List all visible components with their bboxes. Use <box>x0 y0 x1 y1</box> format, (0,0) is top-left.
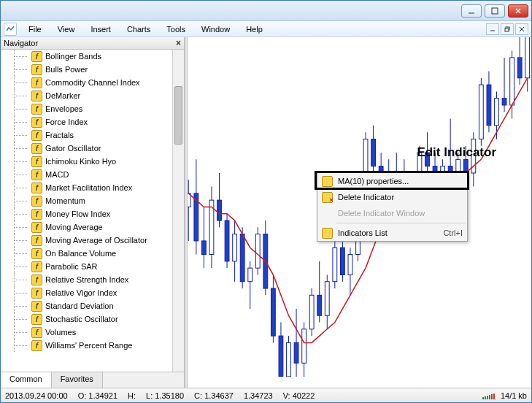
tree-item[interactable]: fWilliams' Percent Range <box>1 339 172 352</box>
tree-item[interactable]: fStochastic Oscillator <box>1 312 172 326</box>
context-ma-properties[interactable]: MA(10) properties... <box>317 173 467 189</box>
tree-item[interactable]: fBulls Power <box>1 63 172 76</box>
tree-lines-icon <box>7 168 31 181</box>
statusbar: 2013.09.24 00:00 O: 1.34921 H: L: 1.3518… <box>1 388 531 402</box>
mdi-restore-button[interactable] <box>501 23 514 35</box>
tree-label: Moving Average <box>45 223 103 231</box>
tree-lines-icon <box>7 220 31 234</box>
tree-item[interactable]: fEnvelopes <box>1 102 172 115</box>
navigator-tree[interactable]: fBollinger BandsfBulls PowerfCommodity C… <box>1 50 184 372</box>
menu-help[interactable]: Help <box>239 23 270 36</box>
indicator-icon: f <box>31 209 42 220</box>
navigator-panel: Navigator × fBollinger BandsfBulls Power… <box>1 37 185 388</box>
status-volume: V: 40222 <box>283 391 315 400</box>
indicator-icon: f <box>31 301 42 312</box>
tree-item[interactable]: fDeMarker <box>1 89 172 102</box>
svg-rect-50 <box>340 247 344 275</box>
tree-item[interactable]: fIchimoku Kinko Hyo <box>1 155 172 168</box>
tree-label: DeMarker <box>45 91 80 100</box>
tree-item[interactable]: fRelative Strength Index <box>1 273 172 286</box>
navigator-close-icon[interactable]: × <box>176 38 181 48</box>
tree-lines-icon <box>7 102 31 115</box>
tab-common[interactable]: Common <box>1 372 52 388</box>
menu-window[interactable]: Window <box>194 23 237 36</box>
svg-rect-44 <box>317 295 322 315</box>
tree-item[interactable]: fStandard Deviation <box>1 299 172 312</box>
context-delete-indicator[interactable]: × Delete Indicator <box>317 189 467 205</box>
svg-rect-98 <box>525 37 530 78</box>
tree-label: Moving Average of Oscillator <box>45 236 147 245</box>
tree-label: Fractals <box>45 131 74 139</box>
svg-rect-22 <box>233 234 237 261</box>
indicator-icon: f <box>31 275 42 285</box>
context-menu: MA(10) properties... × Delete Indicator … <box>317 172 468 242</box>
tree-lines-icon <box>7 128 31 142</box>
scrollbar-thumb[interactable] <box>174 86 182 145</box>
context-indicators-list[interactable]: Indicators List Ctrl+I <box>317 225 467 241</box>
tree-item[interactable]: fParabolic SAR <box>1 260 172 273</box>
svg-rect-58 <box>371 139 376 166</box>
navigator-tabs: Common Favorites <box>1 372 184 388</box>
close-button[interactable] <box>508 4 528 18</box>
tree-label: Standard Deviation <box>45 302 114 310</box>
tab-favorites[interactable]: Favorites <box>52 372 103 388</box>
tree-item[interactable]: fRelative Vigor Index <box>1 286 172 299</box>
tree-label: Ichimoku Kinko Hyo <box>45 157 116 166</box>
svg-rect-96 <box>517 58 522 78</box>
app-icon <box>4 23 17 36</box>
svg-rect-94 <box>510 58 514 105</box>
tree-label: Force Index <box>45 118 88 126</box>
menu-view[interactable]: View <box>50 23 82 36</box>
svg-rect-1 <box>492 8 498 14</box>
menubar: File View Insert Charts Tools Window Hel… <box>1 21 531 37</box>
menu-insert[interactable]: Insert <box>83 23 118 36</box>
tree-label: Momentum <box>45 196 85 205</box>
tree-item[interactable]: fMoney Flow Index <box>1 207 172 220</box>
tree-item[interactable]: fFractals <box>1 128 172 142</box>
tree-lines-icon <box>7 155 31 168</box>
navigator-scrollbar[interactable] <box>172 50 184 372</box>
tree-lines-icon <box>7 260 31 273</box>
indicator-icon: f <box>31 91 42 101</box>
tree-lines-icon <box>7 207 31 220</box>
tree-item[interactable]: fMarket Facilitation Index <box>1 181 172 194</box>
tree-item[interactable]: fMomentum <box>1 194 172 207</box>
splitter[interactable] <box>185 37 188 388</box>
mdi-close-button[interactable] <box>515 23 528 35</box>
indicator-icon: f <box>31 327 42 338</box>
svg-rect-40 <box>302 329 307 363</box>
maximize-button[interactable] <box>485 4 505 18</box>
menu-file[interactable]: File <box>21 23 49 36</box>
tree-lines-icon <box>7 273 31 286</box>
tree-label: Money Flow Index <box>45 210 110 218</box>
minimize-button[interactable] <box>461 4 482 18</box>
tree-item[interactable]: fForce Index <box>1 115 172 128</box>
tree-item[interactable]: fBollinger Bands <box>1 50 172 63</box>
menu-charts[interactable]: Charts <box>120 23 158 36</box>
svg-rect-38 <box>294 342 298 363</box>
tree-item[interactable]: fMACD <box>1 168 172 181</box>
tree-item[interactable]: fGator Oscillator <box>1 142 172 155</box>
tree-item[interactable]: fCommodity Channel Index <box>1 76 172 89</box>
tree-item[interactable]: fVolumes <box>1 326 172 339</box>
tree-lines-icon <box>7 286 31 299</box>
tree-item[interactable]: fOn Balance Volume <box>1 247 172 260</box>
indicator-icon: f <box>31 51 42 62</box>
menu-tools[interactable]: Tools <box>159 23 193 36</box>
tree-lines-icon <box>7 299 31 312</box>
svg-rect-72 <box>425 153 430 166</box>
tree-item[interactable]: fMoving Average of Oscillator <box>1 234 172 247</box>
tree-label: Stochastic Oscillator <box>45 315 118 323</box>
tree-lines-icon <box>7 142 31 155</box>
tree-lines-icon <box>7 339 31 352</box>
tree-lines-icon <box>7 247 31 260</box>
status-datetime: 2013.09.24 00:00 <box>5 391 68 400</box>
delete-icon: × <box>320 191 334 204</box>
tree-label: Gator Oscillator <box>45 144 101 153</box>
indicator-icon: f <box>31 288 42 299</box>
tree-item[interactable]: fMoving Average <box>1 220 172 234</box>
svg-rect-52 <box>348 255 352 275</box>
tree-lines-icon <box>7 181 31 194</box>
svg-rect-18 <box>217 200 222 220</box>
mdi-minimize-button[interactable] <box>486 23 499 35</box>
